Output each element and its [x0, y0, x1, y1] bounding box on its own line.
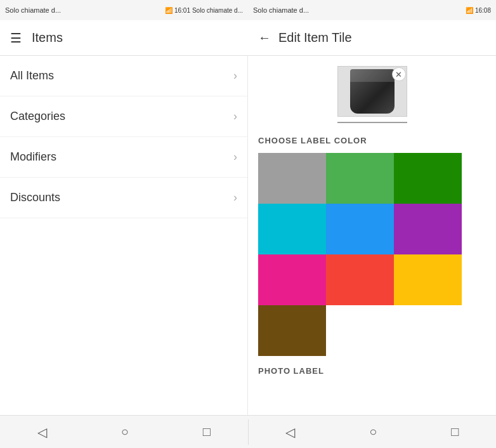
- sidebar: All Items › Categories › Modifiers › Dis…: [0, 56, 248, 415]
- color-cell-2[interactable]: [394, 153, 462, 204]
- bottom-nav: [0, 415, 496, 448]
- time-left: 16:01: [174, 7, 190, 14]
- sidebar-item-label-all-items: All Items: [10, 69, 54, 82]
- photo-label: PHOTO LABEL: [258, 366, 486, 376]
- sidebar-item-discounts[interactable]: Discounts ›: [0, 178, 247, 218]
- nav-back-right[interactable]: [270, 419, 310, 445]
- signal-icon: 📶: [165, 7, 173, 14]
- app-bar-left: ☰ Items: [0, 30, 248, 46]
- chevron-right-icon-categories: ›: [233, 110, 237, 123]
- app-bar-right: ← Edit Item Tile: [248, 30, 496, 45]
- sidebar-item-label-discounts: Discounts: [10, 191, 60, 204]
- sidebar-item-label-modifiers: Modifiers: [10, 150, 56, 164]
- edit-item-title: Edit Item Tile: [278, 30, 352, 45]
- color-cell-0[interactable]: [258, 153, 326, 204]
- status-icons-right: 📶 16:08: [466, 7, 491, 14]
- product-image-visual: [350, 69, 395, 114]
- main-layout: All Items › Categories › Modifiers › Dis…: [0, 56, 496, 415]
- right-panel: ✕ CHOOSE LABEL COLOR PHOTO LABEL: [248, 56, 496, 415]
- carrier-left2: Solo chiamate d...: [192, 7, 243, 14]
- back-button[interactable]: ←: [258, 30, 271, 45]
- status-bar-left: Solo chiamate d... 📶 16:01 Solo chiamate…: [0, 0, 248, 20]
- signal-icon-right: 📶: [466, 7, 473, 14]
- image-container: ✕: [258, 66, 486, 117]
- sidebar-item-categories[interactable]: Categories ›: [0, 96, 247, 137]
- status-bar: Solo chiamate d... 📶 16:01 Solo chiamate…: [0, 0, 496, 20]
- status-bar-right: Solo chiamate d... 📶 16:08: [248, 0, 496, 20]
- sidebar-item-all-items[interactable]: All Items ›: [0, 56, 247, 96]
- sidebar-item-label-categories: Categories: [10, 110, 65, 123]
- color-cell-9[interactable]: [258, 305, 326, 356]
- color-grid: [258, 153, 461, 356]
- chevron-right-icon-modifiers: ›: [233, 150, 237, 164]
- nav-home-right[interactable]: [354, 419, 392, 444]
- chevron-right-icon-discounts: ›: [233, 191, 237, 204]
- chevron-right-icon-all-items: ›: [233, 69, 237, 82]
- color-cell-8[interactable]: [394, 254, 462, 305]
- app-bar-left-title: Items: [32, 30, 63, 45]
- time-right: 16:08: [475, 7, 491, 14]
- bottom-nav-left: [0, 419, 248, 445]
- menu-icon[interactable]: ☰: [10, 30, 22, 46]
- color-cell-5[interactable]: [394, 204, 462, 254]
- color-cell-7[interactable]: [326, 254, 394, 305]
- carrier-left: Solo chiamate d...: [5, 6, 61, 14]
- color-cell-3[interactable]: [258, 204, 326, 254]
- photo-label-section: PHOTO LABEL: [258, 366, 486, 376]
- carrier-right: Solo chiamate d...: [253, 6, 309, 14]
- color-cell-1[interactable]: [326, 153, 394, 204]
- sidebar-item-modifiers[interactable]: Modifiers ›: [0, 137, 247, 178]
- bottom-nav-right: [249, 419, 497, 445]
- nav-recent-left[interactable]: [188, 419, 226, 444]
- nav-home-left[interactable]: [106, 419, 144, 444]
- status-icons-left: 📶 16:01 Solo chiamate d...: [165, 7, 243, 14]
- color-cell-4[interactable]: [326, 204, 394, 254]
- app-bar: ☰ Items ← Edit Item Tile: [0, 20, 496, 56]
- image-underline: [337, 122, 407, 123]
- color-cell-6[interactable]: [258, 254, 326, 305]
- nav-back-left[interactable]: [22, 419, 62, 445]
- nav-recent-right[interactable]: [436, 419, 474, 444]
- choose-color-label: CHOOSE LABEL COLOR: [258, 136, 486, 145]
- remove-image-button[interactable]: ✕: [392, 67, 406, 81]
